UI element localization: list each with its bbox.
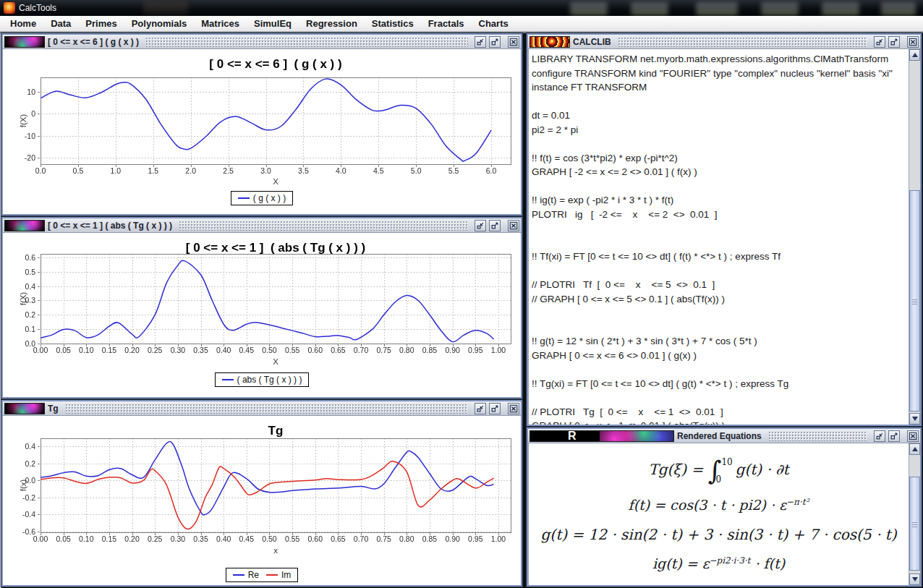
- titlebar-bumps: [145, 37, 468, 47]
- maximize-button[interactable]: [888, 36, 900, 48]
- calclib-line: [532, 265, 906, 280]
- calctools-app: CalcTools Home Data Primes Polynomials M…: [0, 0, 923, 588]
- legend-item: ( abs ( Tg ( x ) ) ): [222, 375, 302, 385]
- calclib-line: // GRAPH [ 0 <= x <= 5 <> 0.1 ] ( abs(Tf…: [532, 294, 906, 308]
- menu-charts[interactable]: Charts: [472, 16, 516, 31]
- minimize-button[interactable]: [874, 36, 885, 48]
- background-window-blur: [822, 2, 859, 14]
- calclib-line: [532, 307, 906, 322]
- maximize-button[interactable]: [888, 430, 900, 442]
- scroll-down-button[interactable]: [909, 413, 920, 425]
- chart-legend-tg: ReIm: [3, 568, 521, 582]
- menu-matrices[interactable]: Matrices: [194, 16, 247, 31]
- minimize-button[interactable]: [874, 430, 885, 442]
- menu-data[interactable]: Data: [43, 16, 78, 31]
- arrow-down-icon: [912, 577, 918, 581]
- calclib-line: LIBRARY TRANSFORM net.myorb.math.express…: [532, 54, 906, 68]
- menu-primes[interactable]: Primes: [78, 16, 124, 31]
- app-title: CalcTools: [19, 0, 56, 16]
- frame-graph-g-titlebar[interactable]: [ 0 <= x <= 6 ] ( g ( x ) ): [3, 35, 521, 49]
- close-button[interactable]: [508, 36, 519, 48]
- equation-f: f(t) = cos(3 · t · pi2) · ε−π·t²: [629, 497, 809, 513]
- calclib-line: pi2 = 2 * pi: [532, 124, 906, 139]
- frame-title: Rendered Equations: [677, 431, 762, 441]
- frame-graph-g: [ 0 <= x <= 6 ] ( g ( x ) ) ( g ( x ) ): [1, 33, 522, 216]
- maximize-button[interactable]: [489, 36, 501, 48]
- background-window-blur: [143, 2, 188, 14]
- maximize-button[interactable]: [489, 403, 501, 414]
- legend-item: ( g ( x ) ): [238, 193, 286, 203]
- calclib-line: [532, 322, 906, 336]
- arrow-up-icon: [912, 447, 918, 451]
- minimize-button[interactable]: [475, 36, 486, 48]
- equations-panel: Tg(ξ) = ∫100g(t) · ∂t f(t) = cos(3 · t ·…: [528, 443, 920, 585]
- scroll-up-button[interactable]: [909, 49, 920, 61]
- maximize-button[interactable]: [489, 220, 501, 231]
- calclib-line: [532, 96, 906, 111]
- calclib-scrollbar[interactable]: [909, 49, 920, 425]
- calclib-line: GRAPH [ 0 <= x <= 6 <> 0.01 ] ( g(x) ): [532, 350, 906, 365]
- fractal-rings-icon: [529, 36, 570, 48]
- legend-line-sample: [222, 379, 234, 380]
- equations-scrollbar[interactable]: [909, 443, 920, 585]
- chart-panel-g: ( g ( x ) ): [3, 49, 521, 214]
- app-titlebar[interactable]: CalcTools: [0, 0, 923, 16]
- menu-regression[interactable]: Regression: [299, 16, 365, 31]
- calclib-line: !! ig(t) = exp ( -pi2 * i * 3 * t ) * f(…: [532, 195, 906, 209]
- chart-legend-g: ( g ( x ) ): [3, 191, 521, 205]
- legend-line-sample: [266, 574, 278, 576]
- minimize-button[interactable]: [475, 403, 486, 414]
- titlebar-bumps: [618, 37, 867, 47]
- calclib-line: instance FT TRANSFORM: [532, 82, 906, 96]
- scroll-down-button[interactable]: [909, 574, 920, 585]
- legend-label: ( abs ( Tg ( x ) ) ): [237, 375, 302, 385]
- close-button[interactable]: [508, 220, 519, 231]
- close-button[interactable]: [508, 403, 519, 414]
- frame-calclib-titlebar[interactable]: CALCLIB: [528, 35, 920, 49]
- calclib-line: // PLOTRI Tf [ 0 <= x <= 5 <> 0.1 ]: [532, 279, 906, 294]
- calclib-line: PLOTRI ig [ -2 <= x <= 2 <> 0.01 ]: [532, 209, 906, 223]
- calclib-line: [532, 138, 906, 153]
- calclib-line: !! Tf(xi) = FT [0 <= t <= 10 <> dt] ( f(…: [532, 251, 906, 265]
- calclib-panel: LIBRARY TRANSFORM net.myorb.math.express…: [528, 49, 920, 425]
- scrollbar-thumb[interactable]: [909, 190, 920, 412]
- frame-graph-abs-tg-titlebar[interactable]: [ 0 <= x <= 1 ] ( abs ( Tg ( x ) ) ): [3, 218, 521, 233]
- titlebar-bumps: [65, 404, 468, 414]
- calclib-line: !! Tg(xi) = FT [0 <= t <= 10 <> dt] ( g(…: [532, 378, 906, 393]
- equation-g: g(t) = 12 · sin(2 · t) + 3 · sin(3 · t) …: [541, 526, 897, 543]
- background-window-blur: [631, 2, 668, 14]
- chart-panel-tg: ReIm: [3, 416, 521, 585]
- chart-legend-abs-tg: ( abs ( Tg ( x ) ) ): [3, 372, 521, 387]
- menu-simuleq[interactable]: SimulEq: [247, 16, 299, 31]
- menu-statistics[interactable]: Statistics: [365, 16, 421, 31]
- frame-title: [ 0 <= x <= 1 ] ( abs ( Tg ( x ) ) ): [48, 221, 172, 231]
- frame-equations-titlebar[interactable]: R Rendered Equations: [528, 429, 920, 443]
- legend-label: Im: [281, 570, 291, 580]
- frame-tg-titlebar[interactable]: Tg: [3, 401, 521, 416]
- menu-fractals[interactable]: Fractals: [421, 16, 472, 31]
- close-button[interactable]: [907, 36, 919, 48]
- calclib-text[interactable]: LIBRARY TRANSFORM net.myorb.math.express…: [528, 49, 909, 425]
- legend-label: ( g ( x ) ): [253, 193, 286, 203]
- scroll-up-button[interactable]: [909, 443, 920, 455]
- equation-ig: ig(t) = ε−pi2·i·3·t · f(t): [652, 555, 785, 571]
- legend-item: Re: [233, 570, 259, 580]
- menu-polynomials[interactable]: Polynomials: [124, 16, 195, 31]
- frame-title: CALCLIB: [573, 37, 611, 47]
- calclib-line: [532, 223, 906, 237]
- frame-calclib: CALCLIB LIBRARY TRANSFORM net.myorb.math…: [527, 33, 922, 426]
- frame-equations: R Rendered Equations Tg(ξ) = ∫100g(t) · …: [527, 427, 922, 587]
- minimize-button[interactable]: [475, 220, 486, 231]
- background-window-blur: [696, 2, 738, 14]
- chart-canvas-g: [3, 49, 521, 214]
- r-letter: R: [568, 430, 577, 443]
- frame-tg: Tg ReIm: [1, 400, 522, 587]
- fractal-swatch: [600, 431, 673, 441]
- close-button[interactable]: [907, 430, 919, 442]
- menu-home[interactable]: Home: [3, 16, 43, 31]
- calclib-line: GRAPH [ 0 <= x <= 1 <> 0.01 ] ( abs(Tg(x…: [532, 420, 906, 425]
- legend-label: Re: [248, 570, 259, 580]
- calclib-line: [532, 237, 906, 252]
- calclib-line: configure TRANSFORM kind "FOURIER" type …: [532, 68, 906, 82]
- scrollbar-thumb[interactable]: [909, 477, 920, 571]
